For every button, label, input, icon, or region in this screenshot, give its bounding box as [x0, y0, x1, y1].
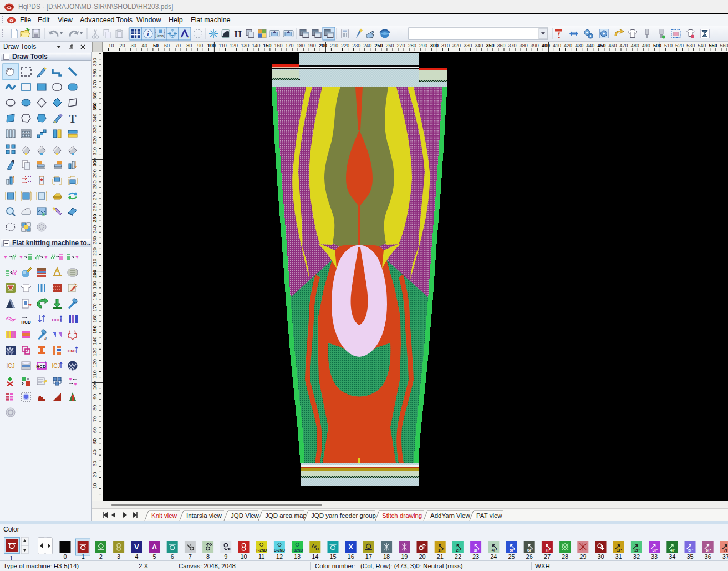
svg-text:310: 310	[441, 43, 450, 48]
svg-text:340: 340	[92, 114, 98, 122]
svg-text:210: 210	[92, 259, 98, 267]
svg-text:31: 31	[615, 553, 622, 560]
svg-text:HCD: HCD	[52, 317, 62, 322]
svg-text:4: 4	[135, 553, 138, 560]
svg-text:540: 540	[698, 43, 706, 48]
svg-text:30: 30	[597, 553, 604, 560]
svg-text:360: 360	[497, 43, 505, 48]
svg-text:410: 410	[553, 43, 561, 48]
svg-text:JQD View: JQD View	[231, 512, 259, 519]
svg-text:♥: ♥	[19, 254, 22, 260]
svg-text:350: 350	[486, 43, 494, 48]
svg-text:J: J	[44, 336, 47, 341]
svg-text:1P: 1P	[617, 548, 622, 553]
svg-text:200: 200	[92, 270, 98, 278]
svg-text:100: 100	[207, 43, 216, 48]
svg-text:400: 400	[542, 43, 550, 48]
svg-text:560: 560	[720, 43, 728, 48]
svg-text:290: 290	[92, 169, 98, 178]
svg-text:210: 210	[330, 43, 338, 48]
svg-text:Intarsia view: Intarsia view	[186, 512, 222, 519]
svg-text:260: 260	[92, 203, 98, 211]
svg-text:H: H	[234, 29, 241, 39]
svg-text:icon: icon	[157, 34, 164, 38]
svg-text:6P: 6P	[527, 548, 532, 553]
svg-text:7P: 7P	[545, 548, 550, 553]
svg-text:160: 160	[274, 43, 282, 48]
svg-text:520: 520	[675, 43, 684, 48]
svg-text:24: 24	[490, 553, 497, 560]
svg-text:30: 30	[131, 43, 136, 48]
svg-text:320: 320	[92, 136, 98, 144]
svg-text:330: 330	[92, 125, 98, 133]
svg-text:ICJ: ICJ	[52, 363, 60, 369]
svg-text:21: 21	[437, 553, 444, 560]
svg-text:X: X	[348, 543, 353, 551]
svg-text:5P: 5P	[510, 548, 515, 553]
svg-text:240: 240	[363, 43, 371, 48]
svg-text:JQD yarn feeder group: JQD yarn feeder group	[311, 512, 376, 519]
svg-text:300: 300	[92, 158, 98, 166]
svg-text:260: 260	[385, 43, 394, 48]
svg-text:40: 40	[142, 43, 147, 48]
svg-text:25: 25	[508, 553, 515, 560]
svg-text:240: 240	[92, 225, 98, 234]
svg-text:♥: ♥	[69, 377, 72, 382]
svg-text:530: 530	[686, 43, 695, 48]
svg-text:3: 3	[117, 553, 120, 560]
svg-text:160: 160	[92, 314, 98, 322]
svg-text:490: 490	[642, 43, 650, 48]
svg-text:120: 120	[230, 43, 238, 48]
svg-text:510: 510	[664, 43, 673, 48]
svg-text:80: 80	[92, 405, 98, 411]
svg-text:40: 40	[92, 449, 98, 455]
svg-text:Λ: Λ	[152, 543, 157, 551]
svg-text:460: 460	[608, 43, 617, 48]
svg-text:37: 37	[722, 553, 728, 560]
svg-text:120: 120	[92, 359, 98, 367]
svg-text:250: 250	[92, 214, 98, 223]
svg-text:6P: 6P	[706, 548, 711, 553]
svg-text:550: 550	[709, 43, 717, 48]
svg-text:480: 480	[631, 43, 639, 48]
svg-text:20: 20	[92, 472, 98, 477]
svg-text:16: 16	[348, 553, 354, 560]
svg-text:140: 140	[92, 337, 98, 345]
svg-text:33: 33	[651, 553, 658, 560]
svg-text:26: 26	[526, 553, 533, 560]
svg-text:7P: 7P	[724, 548, 728, 553]
svg-text:130: 130	[92, 348, 98, 356]
svg-text:23: 23	[472, 553, 479, 560]
svg-text:170: 170	[286, 43, 294, 48]
svg-text:34: 34	[669, 553, 675, 560]
svg-text:370: 370	[508, 43, 517, 48]
svg-text:10: 10	[92, 483, 98, 488]
svg-text:10: 10	[240, 553, 247, 560]
svg-text:230: 230	[92, 236, 98, 245]
svg-text:19: 19	[401, 553, 408, 560]
svg-text:5: 5	[152, 553, 156, 560]
svg-text:PAT view: PAT view	[476, 512, 502, 519]
svg-text:180: 180	[297, 43, 305, 48]
svg-text:270: 270	[397, 43, 405, 48]
svg-text:310: 310	[92, 147, 98, 155]
svg-text:430: 430	[575, 43, 583, 48]
svg-text:230: 230	[352, 43, 360, 48]
svg-text:340: 340	[475, 43, 483, 48]
svg-text:9: 9	[224, 553, 227, 560]
svg-text:290: 290	[419, 43, 427, 48]
svg-text:70: 70	[92, 416, 98, 422]
svg-text:140: 140	[252, 43, 260, 48]
svg-text:250: 250	[374, 43, 383, 48]
svg-text:29: 29	[579, 553, 586, 560]
svg-text:JQD area map: JQD area map	[265, 512, 307, 519]
svg-text:380: 380	[92, 69, 98, 77]
svg-text:110: 110	[218, 43, 226, 48]
svg-text:28: 28	[562, 553, 568, 560]
svg-text:360: 360	[92, 91, 98, 99]
svg-text:AddYarn View: AddYarn View	[430, 512, 471, 519]
svg-text:150: 150	[263, 43, 271, 48]
svg-text:220: 220	[92, 247, 98, 256]
svg-text:13: 13	[294, 553, 301, 560]
svg-text:70: 70	[175, 43, 181, 48]
